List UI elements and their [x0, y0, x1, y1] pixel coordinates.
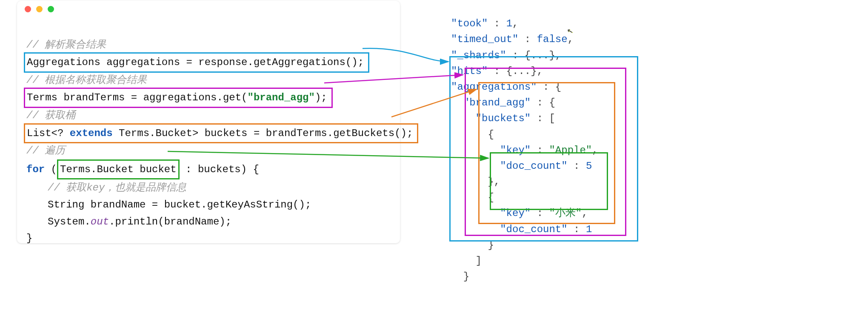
json-val: 1: [586, 224, 592, 235]
code-text: .println(brandName);: [109, 216, 231, 227]
json-key-shards: "_shards": [451, 50, 506, 61]
json-key-timedout: "timed_out": [451, 34, 518, 45]
code-text: (: [45, 164, 57, 175]
json-val-xiaomi: "小米": [549, 207, 582, 219]
code-getkey: String brandName = bucket.getKeyAsString…: [48, 199, 311, 210]
comment-get-by-name: // 根据名称获取聚合结果: [26, 74, 147, 86]
json-response: "took" : 1, "timed_out" : false, "_shard…: [451, 0, 672, 284]
code-bucket-var: Terms.Bucket bucket: [57, 159, 180, 180]
minimize-icon[interactable]: [36, 6, 43, 12]
brace-close: }: [26, 233, 32, 244]
code-text: Terms.Bucket bucket: [60, 164, 177, 175]
json-key: "key": [500, 145, 531, 156]
code-line-aggregations: Aggregations aggregations = response.get…: [24, 52, 369, 73]
window-titlebar: [17, 1, 400, 17]
keyword: extends: [70, 128, 113, 139]
comment-get-key: // 获取key，也就是品牌信息: [48, 182, 186, 193]
json-val-timedout: false: [537, 34, 568, 45]
json-key-buckets: "buckets": [476, 113, 531, 124]
code-line-buckets: List<? extends Terms.Bucket> buckets = b…: [24, 123, 418, 144]
code-text: List<?: [27, 128, 70, 139]
keyword-for: for: [26, 164, 45, 175]
code-text: : buckets) {: [180, 164, 259, 175]
close-icon[interactable]: [25, 6, 31, 12]
java-code: // 解析聚合结果 Aggregations aggregations = re…: [17, 17, 400, 251]
comment-parse-agg: // 解析聚合结果: [26, 39, 106, 51]
code-text: Terms brandTerms = aggregations.get(: [27, 92, 247, 103]
json-key-aggregations: "aggregations": [451, 81, 537, 93]
json-key-brandagg: "brand_agg": [463, 97, 531, 108]
code-line-brandterms: Terms brandTerms = aggregations.get("bra…: [24, 88, 333, 108]
code-window: // 解析聚合结果 Aggregations aggregations = re…: [17, 1, 400, 243]
maximize-icon[interactable]: [48, 6, 54, 12]
json-val: 5: [586, 160, 592, 172]
json-key: "doc_count": [500, 160, 567, 172]
json-key-hits: "hits": [451, 65, 488, 77]
json-val-took: 1: [506, 18, 512, 29]
json-key-took: "took": [451, 18, 488, 29]
comment-get-buckets: // 获取桶: [26, 110, 75, 121]
json-val-apple: "Apple": [549, 145, 592, 156]
code-text: );: [315, 92, 327, 103]
string-literal: "brand_agg": [247, 92, 314, 103]
code-text: Terms.Bucket> buckets = brandTerms.getBu…: [113, 128, 413, 139]
code-text: Aggregations aggregations = response.get…: [27, 57, 364, 68]
code-text: System.: [48, 216, 91, 227]
field-out: out: [91, 216, 109, 227]
json-key: "key": [500, 207, 531, 219]
json-key: "doc_count": [500, 224, 567, 235]
comment-iterate: // 遍历: [26, 145, 65, 156]
